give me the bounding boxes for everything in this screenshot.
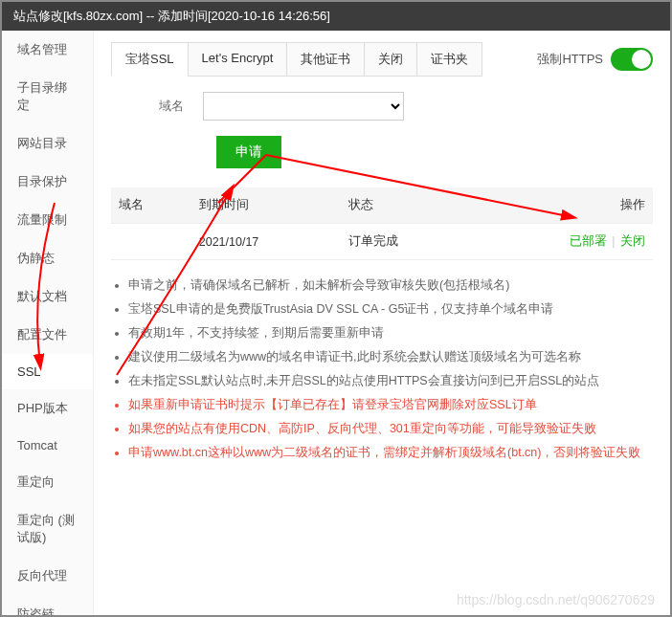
sidebar-item-11[interactable]: 重定向: [2, 463, 93, 501]
cell-status: 订单完成: [341, 224, 471, 260]
table-row: 2021/10/17订单完成已部署 | 关闭: [111, 224, 653, 260]
deploy-link[interactable]: 已部署: [570, 234, 607, 248]
toggle-switch[interactable]: [611, 48, 653, 71]
close-link[interactable]: 关闭: [620, 234, 645, 248]
th-expire: 到期时间: [191, 187, 342, 224]
force-https-toggle[interactable]: 强制HTTPS: [537, 48, 653, 71]
sidebar-item-0[interactable]: 域名管理: [2, 31, 93, 69]
tab-0[interactable]: 宝塔SSL: [111, 42, 189, 77]
th-status: 状态: [341, 187, 471, 224]
sidebar-item-12[interactable]: 重定向 (测试版): [2, 501, 93, 557]
note-item: 宝塔SSL申请的是免费版TrustAsia DV SSL CA - G5证书，仅…: [128, 297, 653, 321]
tab-3[interactable]: 关闭: [364, 42, 417, 77]
note-item: 有效期1年，不支持续签，到期后需要重新申请: [128, 321, 653, 345]
notes-list: 申请之前，请确保域名已解析，如未解析会导致审核失败(包括根域名)宝塔SSL申请的…: [111, 274, 653, 465]
window-title: 站点修改[kfs.80zx.com] -- 添加时间[2020-10-16 14…: [2, 2, 670, 31]
sidebar-item-9[interactable]: PHP版本: [2, 389, 93, 428]
apply-button[interactable]: 申请: [216, 136, 281, 168]
domain-label: 域名: [159, 98, 184, 115]
sidebar-item-8[interactable]: SSL: [2, 354, 93, 389]
sidebar-item-4[interactable]: 流量限制: [2, 201, 93, 239]
sidebar-item-14[interactable]: 防盗链: [2, 595, 93, 617]
note-item: 申请www.bt.cn这种以www为二级域名的证书，需绑定并解析顶级域名(bt.…: [128, 441, 653, 465]
sidebar-item-3[interactable]: 目录保护: [2, 163, 93, 201]
note-item: 如果重新申请证书时提示【订单已存在】请登录宝塔官网删除对应SSL订单: [128, 393, 653, 417]
cert-table: 域名 到期时间 状态 操作 2021/10/17订单完成已部署 | 关闭: [111, 187, 653, 260]
main-panel: 宝塔SSLLet's Encrypt其他证书关闭证书夹 强制HTTPS 域名 申…: [94, 31, 670, 615]
sidebar-item-7[interactable]: 配置文件: [2, 316, 93, 354]
force-https-label: 强制HTTPS: [537, 51, 603, 68]
sidebar-item-1[interactable]: 子目录绑定: [2, 69, 93, 124]
sidebar-item-10[interactable]: Tomcat: [2, 428, 93, 463]
cell-ops: 已部署 | 关闭: [471, 224, 653, 260]
th-ops: 操作: [471, 187, 653, 224]
cell-expire: 2021/10/17: [191, 224, 342, 260]
tab-2[interactable]: 其他证书: [286, 42, 365, 77]
th-domain: 域名: [111, 187, 191, 224]
watermark: https://blog.csdn.net/q906270629: [457, 592, 655, 607]
ssl-tabs: 宝塔SSLLet's Encrypt其他证书关闭证书夹: [111, 42, 482, 77]
domain-select[interactable]: [203, 92, 404, 121]
sidebar-item-2[interactable]: 网站目录: [2, 124, 93, 163]
cell-domain: [111, 224, 191, 260]
note-item: 在未指定SSL默认站点时,未开启SSL的站点使用HTTPS会直接访问到已开启SS…: [128, 369, 653, 393]
tab-4[interactable]: 证书夹: [416, 42, 482, 77]
note-item: 建议使用二级域名为www的域名申请证书,此时系统会默认赠送顶级域名为可选名称: [128, 345, 653, 369]
note-item: 如果您的站点有使用CDN、高防IP、反向代理、301重定向等功能，可能导致验证失…: [128, 417, 653, 441]
tab-1[interactable]: Let's Encrypt: [188, 42, 288, 77]
note-item: 申请之前，请确保域名已解析，如未解析会导致审核失败(包括根域名): [128, 274, 653, 297]
sidebar-item-6[interactable]: 默认文档: [2, 277, 93, 316]
sidebar-item-5[interactable]: 伪静态: [2, 239, 93, 277]
sidebar: 域名管理子目录绑定网站目录目录保护流量限制伪静态默认文档配置文件SSLPHP版本…: [2, 31, 94, 615]
sidebar-item-13[interactable]: 反向代理: [2, 557, 93, 595]
